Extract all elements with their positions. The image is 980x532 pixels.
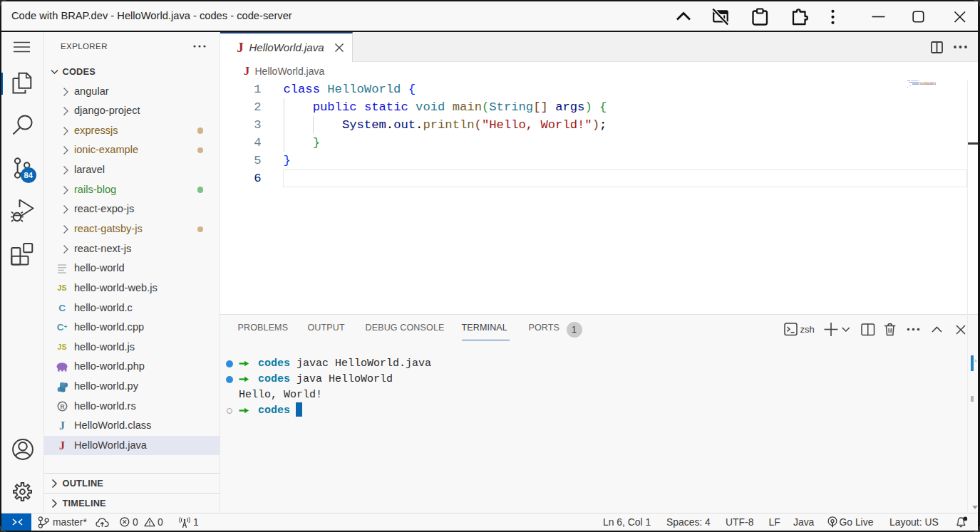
- svg-text:R: R: [60, 403, 64, 410]
